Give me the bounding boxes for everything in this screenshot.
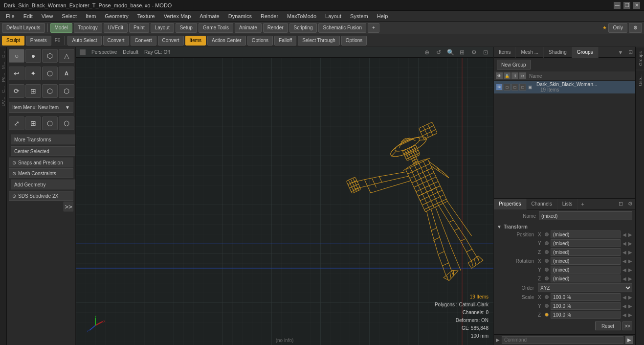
props-tab-channels[interactable]: Channels [527, 199, 557, 209]
settings-btn[interactable]: ⚙ [629, 23, 642, 33]
tool-btn-circle[interactable]: ○ [9, 49, 24, 63]
rot-x-dot[interactable] [545, 259, 549, 263]
vp-fullscreen-icon[interactable]: ⊡ [482, 48, 489, 56]
tab-schematic[interactable]: Schematic Fusion [318, 23, 366, 33]
tab-game-tools[interactable]: Game Tools [199, 23, 233, 33]
scale-z-right-arrow[interactable]: ▶ [628, 312, 632, 318]
mesh-constraints-btn[interactable]: ⊙ Mesh Constraints [9, 168, 73, 178]
menu-file[interactable]: File [2, 12, 19, 20]
fwd-btn[interactable]: >> [622, 322, 632, 330]
more-transforms-btn[interactable]: More Transforms [11, 135, 75, 144]
order-select[interactable]: XYZ [538, 283, 632, 292]
gi-lock[interactable]: □ [504, 84, 511, 91]
menu-maxtomodo[interactable]: MaxToModo [283, 12, 320, 20]
rot-y-right-arrow[interactable]: ▶ [628, 267, 632, 273]
vp-icon4[interactable]: ⊞ [458, 48, 466, 56]
auto-select-btn[interactable]: Auto Select [67, 36, 101, 46]
vp-icon1[interactable]: ⊕ [423, 48, 431, 56]
name-input[interactable] [539, 211, 632, 220]
pos-z-input[interactable] [551, 248, 621, 256]
tool-btn-sphere[interactable]: ● [25, 49, 41, 63]
scale-z-dot[interactable] [545, 313, 549, 317]
scale-x-left-arrow[interactable]: ◀ [622, 295, 626, 300]
tab-mesh[interactable]: Mesh ... [516, 47, 544, 58]
tool-btn-hex3[interactable]: ⬡ [42, 84, 58, 98]
menu-system[interactable]: System [346, 12, 372, 20]
props-tab-add[interactable]: + [577, 199, 587, 209]
add-geometry-btn[interactable]: Add Geometry [11, 180, 75, 189]
pos-x-right-arrow[interactable]: ▶ [628, 232, 632, 237]
convert-btn3[interactable]: Convert [158, 36, 184, 46]
menu-select[interactable]: Select [58, 12, 81, 20]
tab-setup[interactable]: Setup [176, 23, 197, 33]
viewport-menu-icon[interactable] [80, 49, 86, 55]
scale-y-dot[interactable] [545, 304, 549, 308]
col-icon-render[interactable]: R [519, 72, 526, 79]
menu-edit[interactable]: Edit [20, 12, 37, 20]
col-icon-eye[interactable]: 👁 [496, 72, 503, 79]
menu-render[interactable]: Render [257, 12, 282, 20]
pos-y-input[interactable] [551, 239, 621, 247]
vp-icon5[interactable]: ⚙ [470, 48, 478, 56]
tab-items[interactable]: Items [494, 47, 516, 58]
vp-icon2[interactable]: ↺ [435, 48, 443, 56]
pos-z-left-arrow[interactable]: ◀ [622, 250, 626, 255]
rot-y-input[interactable] [551, 266, 621, 274]
scale-z-input[interactable] [551, 311, 621, 319]
tool-btn-hex4[interactable]: ⬡ [59, 84, 74, 98]
transform-scale[interactable]: ⊞ [25, 116, 41, 130]
scale-z-left-arrow[interactable]: ◀ [622, 312, 626, 318]
gi-info[interactable]: □ [511, 84, 518, 91]
menu-animate[interactable]: Animate [196, 12, 223, 20]
close-btn[interactable]: ✕ [633, 2, 640, 9]
scale-x-dot[interactable] [545, 295, 549, 299]
transform-hex5[interactable]: ⬡ [42, 116, 58, 130]
tab-shading[interactable]: Shading [544, 47, 572, 58]
options1-btn[interactable]: Options [247, 36, 273, 46]
pos-y-right-arrow[interactable]: ▶ [628, 241, 632, 246]
col-icon-info[interactable]: ℹ [511, 72, 518, 79]
group-row[interactable]: 👁 □ □ □ ▣ Dark_Skin_Black_Woman... 19 It… [494, 81, 635, 93]
menu-vertex-map[interactable]: Vertex Map [160, 12, 195, 20]
only-btn[interactable]: Only [608, 23, 627, 33]
snaps-btn[interactable]: ⊙ Snaps and Precision [9, 158, 73, 167]
tab-uvedit[interactable]: UVEdit [104, 23, 128, 33]
transform-move[interactable]: ⤢ [9, 116, 24, 130]
menu-view[interactable]: View [38, 12, 57, 20]
presets-btn[interactable]: Presets [26, 36, 51, 46]
tool-btn-undo[interactable]: ↩ [9, 67, 24, 80]
tab-scripting[interactable]: Scripting [289, 23, 317, 33]
props-tab-lists[interactable]: Lists [557, 199, 578, 209]
vtab-use[interactable]: Use... [636, 70, 644, 90]
rot-z-right-arrow[interactable]: ▶ [628, 276, 632, 281]
menu-item[interactable]: Item [82, 12, 100, 20]
tool-btn-rot[interactable]: ⟳ [9, 84, 24, 98]
rot-x-right-arrow[interactable]: ▶ [628, 258, 632, 264]
layout-dropdown[interactable]: Default Layouts [2, 23, 45, 33]
pos-y-left-arrow[interactable]: ◀ [622, 241, 626, 246]
items-btn[interactable]: Items [185, 36, 206, 46]
rot-y-left-arrow[interactable]: ◀ [622, 267, 626, 273]
tab-topology[interactable]: Topology [74, 23, 102, 33]
sds-subdivide-btn[interactable]: ⊙ SDS Subdivide 2X [9, 191, 73, 201]
tab-layout[interactable]: Layout [151, 23, 174, 33]
rot-z-dot[interactable] [545, 276, 549, 280]
maximize-btn[interactable]: ❐ [623, 2, 630, 9]
menu-help[interactable]: Help [373, 12, 392, 20]
pos-z-right-arrow[interactable]: ▶ [628, 250, 632, 255]
convert-btn2[interactable]: Convert [131, 36, 156, 46]
rot-x-input[interactable] [551, 257, 621, 265]
select-through-btn[interactable]: Select Through [298, 36, 340, 46]
tool-btn-tri[interactable]: △ [59, 49, 74, 63]
right-tab-fullscreen[interactable]: ⊡ [625, 47, 635, 58]
menu-dynamics[interactable]: Dynamics [224, 12, 256, 20]
viewport-canvas[interactable]: 19 Items Polygons : Catmull-Clark Channe… [76, 58, 493, 345]
props-tab-properties[interactable]: Properties [494, 199, 527, 209]
viewport[interactable]: Perspective Default Ray GL: Off ⊕ ↺ 🔍 ⊞ … [76, 47, 493, 345]
new-group-btn[interactable]: New Group [497, 60, 531, 69]
tab-model[interactable]: Model [50, 23, 72, 33]
vp-icon3[interactable]: 🔍 [446, 48, 454, 56]
pos-x-left-arrow[interactable]: ◀ [622, 232, 626, 237]
rot-x-left-arrow[interactable]: ◀ [622, 258, 626, 264]
tab-paint[interactable]: Paint [129, 23, 149, 33]
